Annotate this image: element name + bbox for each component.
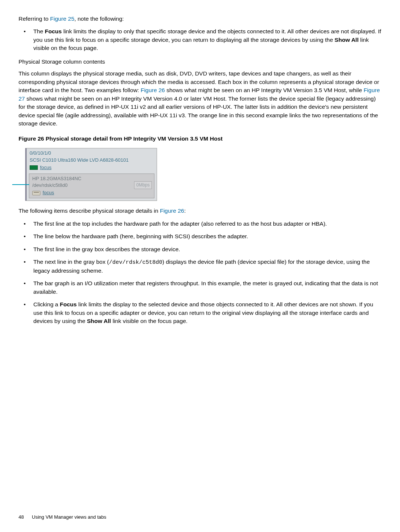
text: The first line in the gray box describes… — [33, 246, 180, 252]
text: shows what might be seen on an HP Integr… — [165, 87, 363, 93]
list-item: The bar graph is an I/O utilization mete… — [19, 279, 381, 296]
text: The line below the hardware path (here, … — [33, 233, 248, 239]
intro-paragraph: Referring to Figure 25, note the followi… — [19, 15, 381, 23]
text: Clicking a — [33, 301, 60, 307]
adapter-focus-link[interactable]: focus — [40, 164, 51, 171]
list-item: The next line in the gray box (/dev/rdsk… — [19, 258, 381, 275]
list-item: The first line in the gray box describes… — [19, 245, 381, 253]
hardware-path: 0/0/10/1/0 — [30, 150, 154, 157]
text: , note the following: — [74, 16, 124, 22]
adapter-box: 0/0/10/1/0 SCSI C1010 Ultra160 Wide LVD … — [25, 148, 157, 201]
figure-26-link[interactable]: Figure 26 — [141, 87, 165, 93]
device-focus-link[interactable]: focus — [43, 189, 54, 196]
items-intro: The following items describe physical st… — [19, 207, 381, 215]
list-item: The first line at the top includes the h… — [19, 220, 381, 228]
subsection-heading: Physical Storage column contents — [19, 58, 381, 66]
show-all-bold: Show All — [334, 37, 359, 43]
text: The next line in the gray box ( — [33, 259, 109, 265]
text: shows what might be seen on an HP Integr… — [19, 95, 378, 127]
list-item: Clicking a Focus link limits the display… — [19, 300, 381, 325]
figure-26-link-2[interactable]: Figure 26 — [160, 208, 184, 214]
text: link limits the display to only that spe… — [33, 28, 381, 43]
figure-25-link[interactable]: Figure 25 — [50, 16, 74, 22]
focus-bold: Focus — [45, 28, 62, 34]
adapter-focus-row: focus — [30, 164, 154, 171]
text: The following items describe physical st… — [19, 208, 160, 214]
left-bar — [25, 148, 27, 201]
io-meter: 0Mbps — [134, 181, 152, 189]
text: : — [184, 208, 186, 214]
focus-bullet-list: The Focus link limits the display to onl… — [19, 27, 381, 52]
disk-icon — [32, 191, 40, 195]
focus-bold-2: Focus — [60, 301, 77, 307]
figure-26: 0/0/10/1/0 SCSI C1010 Ultra160 Wide LVD … — [25, 148, 381, 201]
text: link visible on the focus page. — [111, 318, 188, 324]
text: The bar graph is an I/O utilization mete… — [33, 280, 378, 294]
text: The — [33, 28, 45, 34]
device-box: HP 18.2GMAS3184NC /dev/rdsk/c5t8d0 0Mbps… — [29, 174, 154, 199]
device-special-file: /dev/rdsk/c5t8d0 — [32, 182, 81, 189]
show-all-bold-2: Show All — [87, 318, 111, 324]
adapter-description: SCSI C1010 Ultra160 Wide LVD A6828-60101 — [30, 157, 154, 164]
figure-26-caption: Figure 26 Physical storage detail from H… — [19, 135, 381, 143]
list-item: The Focus link limits the display to onl… — [19, 27, 381, 52]
device-focus-row: focus — [32, 189, 152, 196]
adapter-icon — [30, 165, 38, 170]
callout-line — [12, 184, 29, 185]
text: link limits the display to the selected … — [33, 301, 373, 324]
details-list: The first line at the top includes the h… — [19, 220, 381, 326]
list-item: The line below the hardware path (here, … — [19, 232, 381, 240]
physical-storage-paragraph: This column displays the physical storag… — [19, 70, 381, 128]
text: The first line at the top includes the h… — [33, 220, 327, 227]
device-name: HP 18.2GMAS3184NC — [32, 175, 81, 182]
code-dsf: /dev/rdsk/c5t8d0 — [109, 259, 162, 266]
text: Referring to — [19, 16, 50, 22]
